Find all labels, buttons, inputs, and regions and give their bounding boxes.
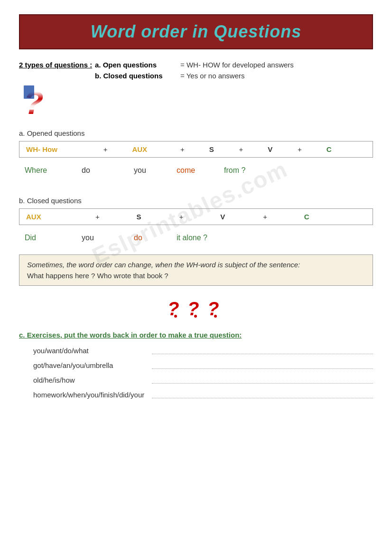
example-a-row: Where do you come from ? (19, 162, 373, 179)
example-b-row: Did you do it alone ? (19, 230, 373, 246)
exercise-dots-3 (152, 377, 373, 384)
example-a-do: do (82, 166, 134, 175)
exercise-row-3: old/he/is/how (19, 376, 373, 384)
example-b-did: Did (25, 234, 82, 242)
type-a-equals: = WH- HOW for developed answers (180, 61, 294, 69)
example-b-it: it alone ? (177, 234, 207, 242)
formula-b-c: C (299, 210, 341, 224)
triple-qmarks: ? ? ? (19, 294, 373, 322)
exercise-row-1: you/want/do/what (19, 347, 373, 355)
example-a-from: from ? (224, 166, 245, 175)
title-bar: Word order in Questions (19, 14, 373, 49)
formula-a-plus2: + (175, 142, 203, 156)
type-b-line: b. Closed questions = Yes or no answers (95, 72, 373, 80)
formula-a-plus1: + (98, 142, 126, 156)
exercise-row-2: got/have/an/you/umbrella (19, 361, 373, 369)
formula-a-plus3: + (233, 142, 261, 156)
types-label: 2 types of questions : (19, 61, 95, 69)
svg-text:?: ? (207, 298, 219, 318)
triple-qmarks-icon: ? ? ? (165, 294, 227, 318)
formula-a-wh: WH- How (20, 142, 97, 156)
example-b-you: you (82, 234, 134, 242)
type-b-name: b. Closed questions (95, 72, 180, 80)
formula-b-table: AUX + S + V + C (19, 208, 373, 225)
exercise-dots-2 (152, 362, 373, 369)
exercise-dots-1 (152, 348, 373, 354)
formula-a-row: WH- How + AUX + S + V + C (20, 142, 372, 156)
exercise-words-4: homework/when/you/finish/did/your (33, 391, 147, 399)
formula-a-table: WH- How + AUX + S + V + C (19, 141, 373, 158)
formula-b-row: AUX + S + V + C (20, 210, 372, 224)
page-title: Word order in Questions (29, 22, 363, 42)
example-b-do: do (134, 234, 177, 242)
exercise-dots-4 (152, 392, 373, 398)
svg-text:?: ? (168, 298, 179, 318)
type-b-letter: b. (95, 72, 101, 80)
exercise-words-3: old/he/is/how (33, 376, 147, 384)
formula-b-plus3: + (257, 210, 298, 224)
types-content: a. Open questions = WH- HOW for develope… (95, 61, 373, 83)
formula-a-c: C (321, 142, 350, 156)
example-a-you: you (134, 166, 177, 175)
note-box: Sometimes, the word order can change, wh… (19, 254, 373, 286)
section-a-label: a. Opened questions (19, 129, 373, 137)
exercises-header: c. Exercises, put the words back in orde… (19, 331, 373, 339)
example-a-come: come (177, 166, 224, 175)
exercise-words-2: got/have/an/you/umbrella (33, 361, 147, 369)
svg-text:?: ? (187, 298, 199, 318)
types-section: 2 types of questions : a. Open questions… (19, 61, 373, 83)
formula-a-s: S (204, 142, 233, 156)
section-b-label: b. Closed questions (19, 197, 373, 205)
example-a-where: Where (25, 166, 82, 175)
formula-b-s: S (131, 210, 173, 224)
flag-area: ? (19, 87, 373, 121)
type-a-line: a. Open questions = WH- HOW for develope… (95, 61, 373, 69)
exercise-row-4: homework/when/you/finish/did/your (19, 391, 373, 399)
formula-b-v: V (215, 210, 256, 224)
formula-b-plus1: + (90, 210, 130, 224)
formula-b-aux: AUX (20, 210, 89, 224)
formula-a-aux: AUX (126, 142, 174, 156)
formula-b-plus2: + (174, 210, 214, 224)
formula-a-plus4: + (292, 142, 320, 156)
exercise-words-1: you/want/do/what (33, 347, 147, 355)
type-a-letter: a. (95, 61, 101, 69)
svg-point-4 (174, 315, 177, 318)
note-title: Sometimes, the word order can change, wh… (27, 261, 365, 269)
type-b-equals: = Yes or no answers (180, 72, 245, 80)
formula-a-v: V (262, 142, 291, 156)
svg-point-6 (214, 315, 217, 318)
svg-point-5 (194, 315, 197, 318)
type-a-name: a. Open questions (95, 61, 180, 69)
note-examples: What happens here ? Who wrote that book … (27, 272, 365, 280)
flag-question-mark: ? (19, 87, 52, 121)
